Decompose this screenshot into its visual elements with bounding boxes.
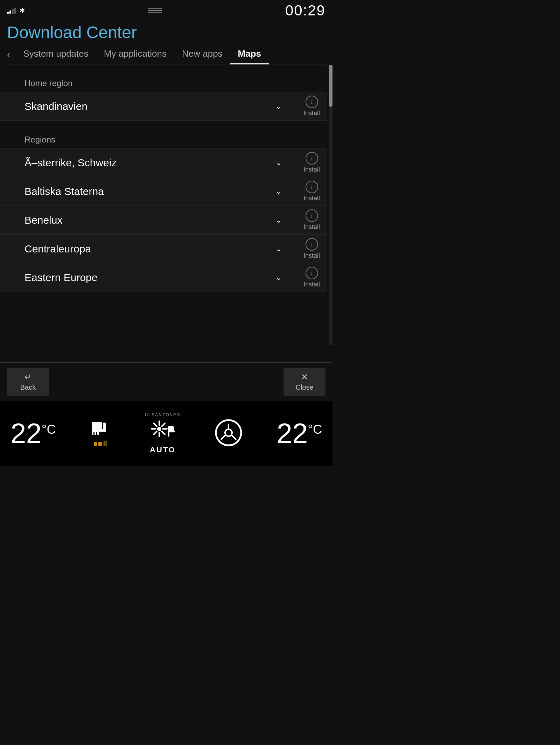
home-region-install-button[interactable]: ↓ Install (296, 92, 327, 120)
back-label: Back (20, 383, 36, 391)
region-install-button-2[interactable]: ↓ Install (296, 206, 327, 234)
svg-line-13 (162, 423, 165, 426)
status-time: 00:29 (285, 2, 326, 19)
maps-content: Home region Skandinavien ⌄ ↓ Install Reg… (0, 64, 332, 369)
svg-rect-18 (172, 427, 174, 432)
app-title: Download Center (7, 23, 326, 42)
region-install-button-3[interactable]: ↓ Install (296, 235, 327, 263)
region-selector-2[interactable]: Benelux ⌄ (0, 206, 296, 234)
cleanzone-label: CLEANZONE® (145, 412, 181, 417)
right-temp[interactable]: 22 °C (277, 417, 322, 450)
steering-wheel-icon (215, 419, 243, 447)
seat-heat-left-icon (90, 419, 111, 438)
download-icon: ↓ (306, 238, 318, 251)
region-install-label-3: Install (303, 252, 320, 259)
close-button[interactable]: ✕ Close (284, 368, 326, 396)
home-region-name: Skandinavien (24, 100, 88, 112)
climate-bar: 22 °C II CLEANZONE® (0, 401, 332, 466)
tab-system-updates[interactable]: System updates (15, 45, 96, 64)
list-item: Benelux ⌄ ↓ Install (0, 206, 327, 234)
scroll-track[interactable] (329, 65, 332, 345)
left-temp-value: 22 (10, 417, 42, 450)
right-temp-unit: °C (308, 422, 322, 437)
footer-buttons: ↵ Back ✕ Close (0, 362, 332, 401)
header: Download Center ‹ System updates My appl… (0, 19, 332, 64)
region-selector-4[interactable]: Eastern Europe ⌄ (0, 263, 296, 292)
steering-wheel[interactable] (215, 419, 243, 448)
region-chevron-2-icon: ⌄ (275, 216, 282, 225)
svg-line-12 (162, 431, 165, 434)
region-selector-0[interactable]: Ã–sterrike, Schweiz ⌄ (0, 148, 296, 177)
region-chevron-1-icon: ⌄ (275, 187, 282, 196)
region-chevron-3-icon: ⌄ (275, 244, 282, 253)
region-name-1: Baltiska Staterna (24, 186, 104, 197)
close-icon: ✕ (301, 372, 308, 382)
region-install-button-4[interactable]: ↓ Install (296, 263, 327, 292)
region-install-label-2: Install (303, 223, 320, 231)
download-icon: ↓ (306, 181, 318, 193)
region-install-label-1: Install (303, 195, 320, 202)
download-icon: ↓ (306, 152, 318, 165)
back-button[interactable]: ↵ Back (7, 368, 49, 396)
climate-fan-auto[interactable]: CLEANZONE® AUTO (145, 412, 181, 454)
nav-tabs: ‹ System updates My applications New app… (7, 45, 326, 64)
heat-pause-icon: II (103, 440, 107, 448)
fan-seat-icon (149, 419, 177, 444)
svg-rect-3 (92, 422, 102, 429)
svg-point-6 (157, 427, 161, 431)
auto-mode-label: AUTO (150, 445, 176, 454)
home-region-chevron-icon: ⌄ (275, 102, 282, 111)
region-name-4: Eastern Europe (24, 272, 97, 284)
regions-section: Regions Ã–sterrike, Schweiz ⌄ ↓ Install … (0, 131, 332, 292)
download-icon: ↓ (306, 267, 318, 279)
region-install-label-0: Install (303, 166, 320, 173)
home-region-install-label: Install (303, 110, 320, 117)
region-install-label-4: Install (303, 281, 320, 288)
list-item: Ã–sterrike, Schweiz ⌄ ↓ Install (0, 148, 327, 177)
region-name-3: Centraleuropa (24, 243, 91, 255)
region-install-button-1[interactable]: ↓ Install (296, 177, 327, 206)
region-name-0: Ã–sterrike, Schweiz (24, 157, 117, 169)
region-name-2: Benelux (24, 214, 62, 226)
region-selector-1[interactable]: Baltiska Staterna ⌄ (0, 177, 296, 206)
regions-label: Regions (0, 135, 327, 148)
list-item: Baltiska Staterna ⌄ ↓ Install (0, 177, 327, 206)
region-chevron-0-icon: ⌄ (275, 158, 282, 167)
left-temp-unit: °C (42, 422, 56, 437)
left-temp[interactable]: 22 °C (10, 417, 56, 450)
download-icon: ↓ (306, 96, 318, 108)
svg-point-20 (225, 429, 232, 436)
signal-icon (7, 7, 16, 14)
status-center (148, 8, 162, 13)
home-region-section: Home region Skandinavien ⌄ ↓ Install (0, 71, 332, 121)
svg-line-23 (232, 435, 236, 440)
region-install-button-0[interactable]: ↓ Install (296, 148, 327, 177)
nav-back-button[interactable]: ‹ (7, 46, 10, 63)
svg-line-14 (154, 431, 157, 434)
drag-handle (148, 8, 162, 13)
home-region-row: Skandinavien ⌄ ↓ Install (0, 92, 327, 121)
tab-new-apps[interactable]: New apps (174, 45, 230, 64)
region-chevron-4-icon: ⌄ (275, 273, 282, 282)
right-temp-value: 22 (277, 417, 308, 450)
svg-rect-5 (103, 423, 106, 431)
back-icon: ↵ (24, 372, 31, 382)
download-icon: ↓ (306, 209, 318, 222)
tab-maps[interactable]: Maps (230, 45, 269, 64)
scroll-thumb[interactable] (329, 65, 332, 107)
home-region-selector[interactable]: Skandinavien ⌄ (0, 92, 296, 120)
list-item: Centraleuropa ⌄ ↓ Install (0, 234, 327, 263)
close-label: Close (295, 383, 313, 391)
tab-my-applications[interactable]: My applications (96, 45, 174, 64)
seat-heat-left[interactable]: II (90, 419, 111, 448)
region-selector-3[interactable]: Centraleuropa ⌄ (0, 235, 296, 263)
list-item: Eastern Europe ⌄ ↓ Install (0, 263, 327, 292)
bluetooth-icon: ✱ (20, 7, 25, 14)
home-region-label: Home region (0, 78, 327, 92)
svg-line-11 (154, 423, 157, 426)
status-bar: ✱ 00:29 (0, 0, 332, 19)
status-left: ✱ (7, 7, 25, 14)
svg-line-22 (221, 435, 225, 440)
